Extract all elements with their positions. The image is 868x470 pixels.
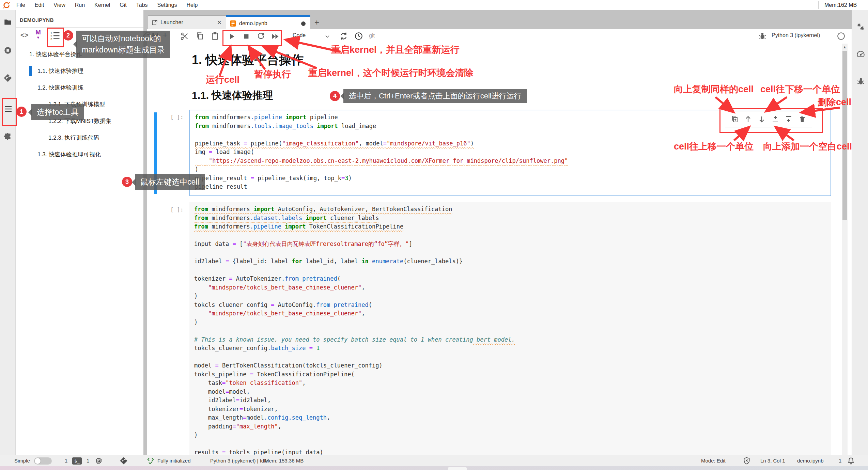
code-line xyxy=(194,353,826,362)
kernel-status-label[interactable]: Python 3 (ipykernel) | Idle xyxy=(210,455,268,467)
md-heading-2: 1.1. 快速体验推理 xyxy=(192,89,273,103)
annotation-add-above: 向上添加一个空白cell xyxy=(763,140,852,153)
menu-tabs[interactable]: Tabs xyxy=(131,2,153,8)
chevron-down-icon[interactable] xyxy=(324,33,331,40)
kernel-status-icon[interactable] xyxy=(837,32,846,41)
annotation-move-down: cell往下移一个单位 xyxy=(760,83,840,95)
mode-label[interactable]: Mode: Edit xyxy=(701,455,726,467)
notification-count: 1 xyxy=(839,455,841,467)
code-line: "mindspore/tokcls_bert_base_chinese_clue… xyxy=(194,283,826,292)
statusbar: Simple 1 $_ 1 Fully initialized Python 3… xyxy=(0,455,868,467)
toggle-knob xyxy=(35,458,41,464)
debugger-sidebar-icon[interactable] xyxy=(856,77,865,86)
kernel-name-label[interactable]: Python 3 (ipykernel) xyxy=(772,32,820,38)
code-line: max_length=model.config.seq_length, xyxy=(194,413,826,422)
toc-item[interactable]: 1.1. 快速体验推理 xyxy=(16,63,143,79)
dashboard-icon[interactable] xyxy=(856,49,865,59)
menu-view[interactable]: View xyxy=(49,2,70,8)
code-line: ) xyxy=(194,292,826,301)
menu-run[interactable]: Run xyxy=(70,2,90,8)
sidebar-divider[interactable] xyxy=(143,10,147,455)
annotation-dup-up: 向上复制同样的cell xyxy=(674,83,754,95)
simple-mode-toggle[interactable] xyxy=(34,457,52,465)
code-line: from mindformers.pipeline import TokenCl… xyxy=(194,222,826,231)
cursor-position-label[interactable]: Ln 3, Col 1 xyxy=(760,455,785,467)
chip-icon[interactable] xyxy=(95,457,103,465)
terminal-icon[interactable]: $_ xyxy=(72,457,82,465)
code-line: tokcls_cluener_config = AutoConfig.from_… xyxy=(194,301,826,310)
annotation-move-up: cell往上移一个单位 xyxy=(674,140,754,153)
tab-launcher[interactable]: Launcher ✕ xyxy=(148,15,226,29)
annotation-tooltip-1: 选择toc工具 xyxy=(31,104,84,120)
notebook-icon xyxy=(230,20,236,27)
menu-help[interactable]: Help xyxy=(182,2,202,8)
cell-type-select[interactable]: Code xyxy=(293,32,306,38)
kernel-count: 1 xyxy=(87,455,89,467)
git-panel-icon[interactable] xyxy=(3,73,13,83)
sync-icon[interactable] xyxy=(339,32,348,41)
code-line xyxy=(194,249,826,257)
code-line: model=model, xyxy=(194,388,826,396)
annotation-restart-all: 重启kernel，并且全部重新运行 xyxy=(331,44,460,56)
menu-kernel[interactable]: Kernel xyxy=(90,2,115,8)
menu-git[interactable]: Git xyxy=(115,2,131,8)
code-cell-2[interactable]: from mindformers import AutoConfig, Auto… xyxy=(189,202,831,455)
code-line xyxy=(194,327,826,335)
active-file-label[interactable]: demo.ipynb xyxy=(797,455,824,467)
toc-code-toggle-icon[interactable]: <> xyxy=(20,31,28,39)
cell-prompt: [ ]: xyxy=(170,206,184,213)
toc-item-label: 1.1. 快速体验推理 xyxy=(37,67,83,75)
code-line: id2label = {label_id: label for label_id… xyxy=(194,257,826,266)
tab-close-icon[interactable]: ✕ xyxy=(217,19,222,26)
property-inspector-icon[interactable] xyxy=(856,22,865,31)
menu-settings[interactable]: Settings xyxy=(153,2,182,8)
annotation-badge-2: 2 xyxy=(63,30,73,41)
toc-item[interactable]: 1.3. 快速体验推理可视化 xyxy=(16,146,143,163)
code-line: from mindformers import AutoConfig, Auto… xyxy=(194,205,826,214)
init-status-label[interactable]: Fully initialized xyxy=(157,455,191,467)
clock-icon[interactable] xyxy=(354,32,363,41)
extensions-icon[interactable] xyxy=(3,132,12,141)
code-line: tokenizer = AutoTokenizer.from_pretraine… xyxy=(194,275,826,283)
memory-indicator: Mem:162 MB xyxy=(824,0,857,10)
cell-prompt: [ ]: xyxy=(170,114,184,120)
toc-sidebar: DEMO.IPYNB <> M▼ 123 1. 快速体验平台操作1.1. 快速体… xyxy=(16,10,143,455)
git-status-icon[interactable] xyxy=(119,456,128,465)
new-tab-button[interactable]: + xyxy=(314,18,319,27)
sidebar-rule xyxy=(16,27,143,28)
bottom-strip xyxy=(0,466,868,470)
annotation-box-cell-toolbar xyxy=(719,108,823,133)
code-line: id2label=id2label, xyxy=(194,396,826,405)
right-activity-bar xyxy=(852,10,868,455)
simple-mode-label: Simple xyxy=(14,455,30,467)
git-toolbar-label: git xyxy=(369,33,375,39)
running-kernels-icon[interactable] xyxy=(3,46,12,55)
tab-notebook[interactable]: demo.ipynb xyxy=(226,15,310,30)
app-logo-icon xyxy=(3,1,10,9)
annotation-badge-1: 1 xyxy=(16,107,27,117)
copy-icon[interactable] xyxy=(196,32,204,41)
terminal-count: 1 xyxy=(65,455,67,467)
menu-file[interactable]: File xyxy=(12,2,30,8)
cut-icon[interactable] xyxy=(180,32,189,41)
scrollbar-thumb[interactable] xyxy=(842,51,847,220)
scrollbar-up-icon[interactable]: ▲ xyxy=(843,45,847,49)
annotation-run-cell: 运行cell xyxy=(206,74,239,86)
annotation-tooltip-3: 鼠标左键选中cell xyxy=(135,174,205,190)
annotation-badge-3: 3 xyxy=(122,177,132,187)
bell-icon[interactable] xyxy=(847,457,855,465)
code-line: tokcls_pipeline = TokenClassificationPip… xyxy=(194,370,826,379)
code-line: pipeline_result = pipeline_task(img, top… xyxy=(195,174,826,183)
code-line: results = tokcls_pipeline(input_data) xyxy=(194,448,826,455)
file-browser-icon[interactable] xyxy=(3,18,12,27)
toc-markdown-toggle-icon[interactable]: M▼ xyxy=(35,30,41,40)
menu-edit[interactable]: Edit xyxy=(30,2,49,8)
toc-item-label: 1.2. 快速体验训练 xyxy=(37,84,83,92)
paste-icon[interactable] xyxy=(211,32,219,41)
debugger-bug-icon[interactable] xyxy=(758,32,767,41)
sidebar-title: DEMO.IPYNB xyxy=(20,17,54,23)
toc-item[interactable]: 1.2.3. 执行训练代码 xyxy=(16,129,143,146)
shield-icon[interactable] xyxy=(743,457,751,465)
unsaved-dot-icon[interactable] xyxy=(301,21,306,26)
toc-item[interactable]: 1.2. 快速体验训练 xyxy=(16,79,143,96)
